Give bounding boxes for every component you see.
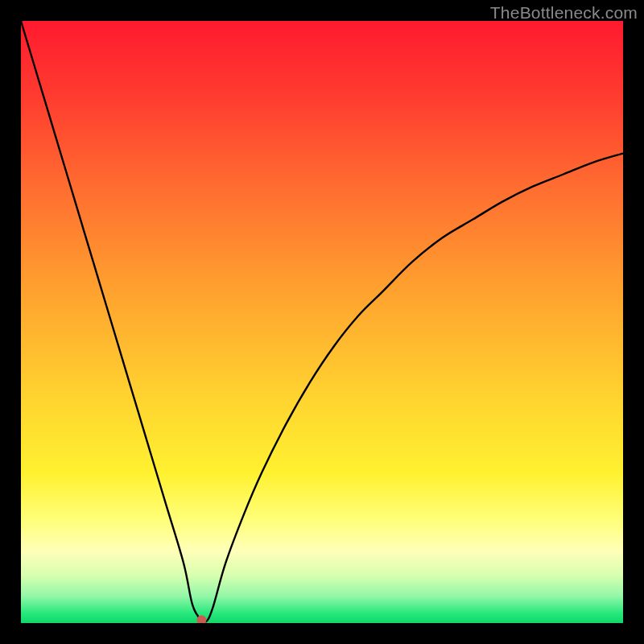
watermark-text: TheBottleneck.com bbox=[490, 3, 638, 23]
background-gradient bbox=[21, 21, 623, 623]
chart-frame bbox=[21, 21, 623, 623]
